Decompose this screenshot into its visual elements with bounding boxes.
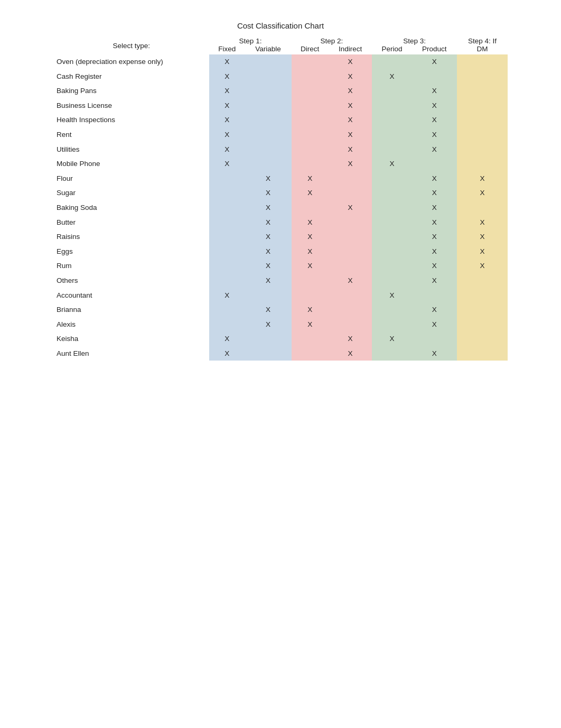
cell-name: Eggs [53,244,209,259]
cell-period [372,273,412,288]
cell-indirect: X [329,69,372,84]
table-row: UtilitiesXXX [53,142,508,157]
col-dm-header: DM [457,45,508,54]
cell-indirect: X [329,346,372,361]
cell-variable: X [245,171,291,186]
table-row: ButterXXXX [53,215,508,230]
col-variable-header: Variable [245,45,291,54]
cell-product: X [412,171,457,186]
cell-product: X [412,302,457,317]
cell-direct: X [292,229,329,244]
table-row: Cash RegisterXXX [53,69,508,84]
cell-variable [245,98,291,113]
cell-variable [245,288,291,303]
cell-dm: X [457,244,508,259]
cell-fixed: X [209,156,245,171]
cell-product: X [412,346,457,361]
col-fixed-header: Fixed [209,45,245,54]
cell-product: X [412,84,457,98]
cell-indirect [329,244,372,259]
cell-direct [292,69,329,84]
cell-product [412,331,457,346]
col-product-header: Product [412,45,457,54]
cell-dm [457,288,508,303]
cell-product: X [412,127,457,142]
col-period-header: Period [372,45,412,54]
step2-header: Step 2: [292,35,372,45]
cell-fixed: X [209,84,245,98]
cell-name: Butter [53,215,209,230]
cell-period [372,259,412,273]
cell-dm [457,127,508,142]
cell-direct [292,273,329,288]
cell-fixed: X [209,331,245,346]
cell-indirect: X [329,142,372,157]
cell-direct: X [292,171,329,186]
cell-period [372,302,412,317]
cell-period [372,84,412,98]
cell-direct [292,98,329,113]
cell-name: Brianna [53,302,209,317]
cell-variable [245,156,291,171]
cell-direct [292,156,329,171]
cell-name: Business License [53,98,209,113]
table-row: RumXXXX [53,259,508,273]
cell-period: X [372,288,412,303]
cell-period [372,346,412,361]
cell-period: X [372,331,412,346]
cell-fixed [209,259,245,273]
table-row: KeishaXXX [53,331,508,346]
cell-dm [457,302,508,317]
cell-direct: X [292,244,329,259]
cell-direct [292,54,329,69]
table-row: Baking SodaXXX [53,200,508,215]
cell-variable [245,69,291,84]
cell-direct [292,84,329,98]
cell-direct [292,113,329,127]
cell-name: Rum [53,259,209,273]
cell-product: X [412,244,457,259]
cell-indirect: X [329,331,372,346]
table-row: RentXXX [53,127,508,142]
cell-name: Baking Pans [53,84,209,98]
cell-variable: X [245,302,291,317]
cell-indirect [329,288,372,303]
cell-dm [457,69,508,84]
cell-fixed: X [209,346,245,361]
cell-dm [457,142,508,157]
cell-variable [245,54,291,69]
cell-product [412,288,457,303]
cell-indirect [329,317,372,332]
step3-header: Step 3: [372,35,457,45]
cell-fixed [209,273,245,288]
cell-fixed [209,302,245,317]
cell-direct: X [292,302,329,317]
table-row: Oven (depreciation expense only)XXX [53,54,508,69]
cell-indirect: X [329,127,372,142]
cell-product: X [412,186,457,200]
classification-table: Select type: Step 1: Step 2: Step 3: Ste… [53,35,508,361]
cell-period [372,54,412,69]
cell-direct: X [292,259,329,273]
cell-name: Sugar [53,186,209,200]
table-row: AlexisXXX [53,317,508,332]
cell-indirect: X [329,273,372,288]
cell-variable: X [245,273,291,288]
cell-variable [245,346,291,361]
cell-direct: X [292,317,329,332]
table-row: AccountantXX [53,288,508,303]
cell-name: Raisins [53,229,209,244]
col-indirect-header: Indirect [329,45,372,54]
cell-fixed: X [209,288,245,303]
cell-fixed [209,317,245,332]
cell-period [372,200,412,215]
cell-dm: X [457,229,508,244]
cell-indirect [329,215,372,230]
cell-fixed: X [209,98,245,113]
cell-indirect: X [329,200,372,215]
cell-direct: X [292,215,329,230]
chart-title: Cost Classification Chart [53,21,508,30]
cell-variable: X [245,186,291,200]
table-row: Aunt EllenXXX [53,346,508,361]
cell-name: Rent [53,127,209,142]
